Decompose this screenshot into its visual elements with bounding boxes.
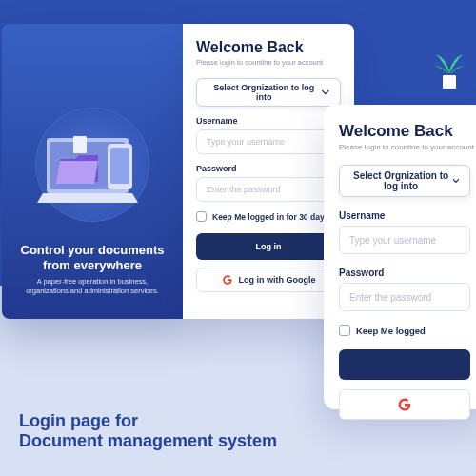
hero-headline: Control your documents from everywhere xyxy=(15,243,169,272)
page-subtitle: Please login to countine to your account xyxy=(339,143,470,151)
page-subtitle: Please login to countine to your account xyxy=(196,58,341,67)
password-input[interactable] xyxy=(196,177,341,202)
caption-line-2: Document management system xyxy=(19,431,277,451)
svg-rect-0 xyxy=(443,75,456,89)
username-label: Username xyxy=(196,116,341,126)
page-title: Welcome Back xyxy=(339,122,470,141)
chevron-down-icon xyxy=(452,176,460,186)
google-icon xyxy=(397,397,412,412)
password-input[interactable] xyxy=(339,283,470,311)
checkbox-icon[interactable] xyxy=(196,211,207,222)
plant-illustration xyxy=(432,52,466,94)
password-label: Password xyxy=(339,268,470,278)
google-login-label: Log in with Google xyxy=(239,275,316,285)
login-button[interactable]: Log in xyxy=(196,233,341,260)
org-select-label: Select Orgnization to log into xyxy=(207,83,321,102)
chevron-down-icon xyxy=(321,88,330,97)
username-label: Username xyxy=(339,210,470,221)
remember-me-label: Keep Me logged in for 30 days xyxy=(212,212,328,222)
svg-rect-3 xyxy=(73,136,87,153)
username-input[interactable] xyxy=(196,129,341,154)
org-select[interactable]: Select Orgnization to log into xyxy=(339,165,470,197)
remember-me-label: Keep Me logged xyxy=(356,326,426,336)
login-button[interactable]: Log in xyxy=(339,349,470,380)
password-label: Password xyxy=(196,164,341,173)
google-login-button[interactable]: Log in with Google xyxy=(196,268,341,292)
login-card-mobile: Welcome Back Please login to countine to… xyxy=(324,105,476,409)
login-button-label: Log in xyxy=(256,242,282,251)
username-input[interactable] xyxy=(339,226,470,254)
org-select[interactable]: Select Orgnization to log into xyxy=(196,78,341,107)
hero-panel: Control your documents from everywhere A… xyxy=(2,24,183,319)
google-login-button[interactable]: Log in with Google xyxy=(339,389,470,420)
page-title: Welcome Back xyxy=(196,39,341,56)
remember-me-row[interactable]: Keep Me logged xyxy=(339,325,470,336)
caption-line-1: Login page for xyxy=(19,411,277,431)
showcase-caption: Login page for Document management syste… xyxy=(19,411,277,450)
org-select-label: Select Orgnization to log into xyxy=(349,170,452,191)
remember-me-row[interactable]: Keep Me logged in for 30 days xyxy=(196,211,341,222)
hero-tagline: A paper-free operation in business, orga… xyxy=(15,277,169,296)
google-icon xyxy=(222,274,233,286)
svg-rect-5 xyxy=(110,148,129,184)
checkbox-icon[interactable] xyxy=(339,325,350,336)
devices-illustration xyxy=(35,119,149,214)
